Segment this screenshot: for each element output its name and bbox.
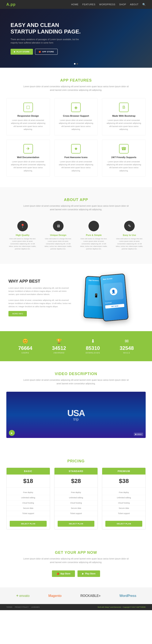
about-card-3: ✎ Easy to Use Click edit button to chang… [113, 218, 146, 253]
pricing-features-1: Free deployUnlimited editingCloud hostin… [54, 488, 98, 518]
why-heading: WHY APP BEST [9, 279, 72, 284]
get-app-title: GET YOUR APP NOW [6, 550, 146, 555]
play-store-button[interactable]: ▶ PLAY STORE [11, 49, 33, 55]
why-content: WHY APP BEST Lorem ipsum dolor sit amet,… [9, 279, 72, 316]
feature-title-0: Responsive Design [10, 114, 47, 117]
phone-mockup-front: New Screen 👤 Download GET NOW [99, 273, 129, 322]
pricing-price-2: $38 [102, 474, 145, 488]
video-trip-label: trip [73, 417, 79, 422]
feature-title-4: Font Awesome Icons [58, 156, 95, 158]
video-container: USA trip ▶ ▶ vimeo [6, 392, 146, 438]
feature-desc-5: Lorem ipsum dolor sit amet consectetr ad… [105, 160, 142, 172]
footer-licenses[interactable]: Licenses [31, 606, 40, 608]
about-icon-2 [89, 221, 99, 231]
appstore-button[interactable]: 🍎 App Store [52, 570, 75, 577]
feature-icon-0: ☐ [23, 102, 33, 112]
feature-icon-3: ✈ [23, 144, 33, 154]
pricing-grid: BASIC $18 Free deployUnlimited editingCl… [6, 468, 146, 530]
vimeo-badge: ▶ vimeo [134, 433, 143, 436]
nav-about[interactable]: About [130, 3, 138, 6]
video-title: VIDEO DESCRIPTION [6, 372, 146, 376]
about-title-0: High Quality [9, 234, 37, 236]
stats-section: 😊 76664 USERS 🏆 34512 AWARDED ⬇ 85310 DO… [0, 331, 152, 361]
feature-title-2: Made With Bootstrap [105, 114, 142, 117]
video-play-button[interactable]: ▶ [9, 430, 15, 436]
hero-heading: EASY AND CLEAN STARTUP LANDING PAGE. [11, 22, 82, 35]
apple-icon: 🍎 [39, 51, 41, 53]
nav-wordpress[interactable]: WordPress [99, 3, 115, 6]
pricing-features-0: Free deployUnlimited editingCloud hostin… [7, 488, 50, 518]
nav-shop[interactable]: Shop [119, 3, 126, 6]
pricing-card-1: STANDARD $28 Free deployUnlimited editin… [54, 468, 98, 530]
nav-logo: A.pp [6, 2, 16, 7]
pricing-feature-2-1: Unlimited editing [102, 495, 145, 500]
about-section: ABOUT APP Lorem ipsum dolor sit amet con… [0, 187, 152, 264]
select-plan-button-2[interactable]: SELECT PLAN [105, 521, 142, 527]
hero-content: EASY AND CLEAN STARTUP LANDING PAGE. The… [11, 22, 82, 55]
pricing-feature-2-4: Ticket support [102, 511, 145, 516]
about-desc-0: Click edit button to change this text. L… [9, 238, 37, 250]
feature-desc-1: Lorem ipsum dolor sit amet consectetr ad… [58, 119, 95, 131]
select-plan-button-1[interactable]: SELECT PLAN [58, 521, 95, 527]
play-store-icon: ▶ [82, 572, 84, 575]
about-icon-0: 📍 [17, 221, 28, 231]
partner-magento: Magento [48, 594, 61, 598]
video-main-title: USA [67, 408, 85, 418]
pricing-feature-0-4: Ticket support [7, 511, 50, 516]
pricing-card-0: BASIC $18 Free deployUnlimited editingCl… [6, 468, 50, 530]
feature-card-5: ☎ 24/7 Friendly Supports Lorem ipsum dol… [102, 140, 146, 177]
hero-description: There are many variations of passages of… [11, 38, 82, 44]
hero-section: EASY AND CLEAN STARTUP LANDING PAGE. The… [0, 9, 152, 68]
about-desc-1: Click edit button to change this text. L… [44, 238, 72, 250]
feature-card-3: ✈ Well Documentation Lorem ipsum dolor s… [6, 140, 50, 177]
feature-icon-2: B [119, 102, 129, 112]
pricing-title: PRICING [6, 459, 146, 464]
stat-icon-0: 😊 [18, 338, 32, 344]
search-icon[interactable]: 🔍 [142, 3, 146, 6]
about-icon-3: ✎ [124, 221, 135, 231]
playstore-button[interactable]: ▶ Play Store [78, 570, 100, 577]
nav-home[interactable]: Home [71, 3, 79, 6]
why-section: WHY APP BEST Lorem ipsum dolor sit amet,… [0, 264, 152, 331]
pricing-feature-0-3: Secure data [7, 506, 50, 511]
stat-number-2: 85310 [86, 345, 100, 351]
nav-features[interactable]: Features [82, 3, 95, 6]
app-store-button[interactable]: 🍎 APP STORE [35, 49, 58, 55]
stat-item-3: ✉ 32548 MAILS [120, 338, 134, 354]
get-app-subtitle: Lorem ipsum dolor sit amet consectetur a… [23, 557, 129, 564]
stat-label-2: DOWNLOADS [86, 352, 100, 354]
pricing-feature-2-0: Free deploy [102, 490, 145, 495]
pricing-feature-0-0: Free deploy [7, 490, 50, 495]
stat-item-0: 😊 76664 USERS [18, 338, 32, 354]
footer-privacy[interactable]: Privacy Policy [15, 606, 29, 608]
hero-dots [74, 63, 78, 64]
stat-number-1: 34512 [52, 345, 66, 351]
stat-icon-2: ⬇ [86, 338, 100, 344]
features-subtitle: Lorem ipsum dolor sit amet consectetur a… [23, 85, 129, 92]
about-grid: 📍 High Quality Click edit button to chan… [6, 218, 146, 253]
pricing-price-1: $28 [54, 474, 98, 488]
about-icon-1: 🖥 [53, 221, 63, 231]
pricing-feature-2-3: Secure data [102, 506, 145, 511]
partner-envato: ✦ envato [16, 594, 30, 598]
select-plan-button-0[interactable]: SELECT PLAN [10, 521, 47, 527]
pricing-feature-0-2: Cloud hosting [7, 500, 50, 506]
hero-dot-2[interactable] [77, 63, 78, 64]
features-section: APP FEATURES Lorem ipsum dolor sit amet … [0, 68, 152, 187]
pricing-features-2: Free deployUnlimited editingCloud hostin… [102, 488, 145, 518]
feature-card-4: ★ Font Awesome Icons Lorem ipsum dolor s… [54, 140, 98, 177]
stat-icon-3: ✉ [120, 338, 134, 344]
hero-buttons: ▶ PLAY STORE 🍎 APP STORE [11, 49, 82, 55]
feature-title-3: Well Documentation [10, 156, 47, 158]
pricing-header-2: PREMIUM [102, 468, 145, 474]
pricing-feature-0-1: Unlimited editing [7, 495, 50, 500]
why-para2: Lorem ipsum dolor sit amet, consectetur … [9, 299, 72, 308]
video-subtitle: Lorem ipsum dolor sit amet consectetur a… [23, 378, 129, 386]
about-desc-3: Click edit button to change this text. L… [115, 238, 143, 250]
more-info-button[interactable]: MORE INFO [9, 311, 27, 316]
footer: Terms Privacy Policy Licenses Built with… [0, 604, 152, 610]
feature-desc-4: Lorem ipsum dolor sit amet consectetr ad… [58, 160, 95, 172]
footer-terms[interactable]: Terms [6, 606, 12, 608]
play-icon: ▶ [14, 51, 16, 53]
hero-dot-1[interactable] [74, 63, 75, 64]
